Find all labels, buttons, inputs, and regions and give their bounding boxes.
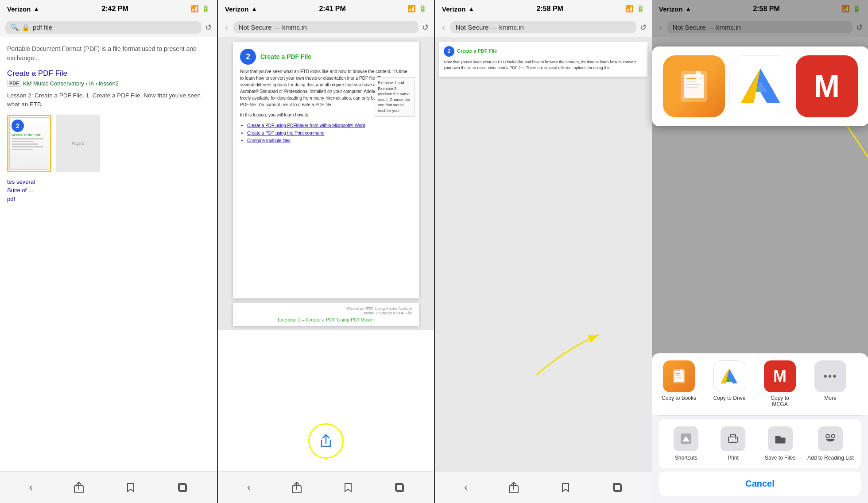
search-results: Portable Document Format (PDF) is a file…: [0, 37, 217, 203]
tabs-btn-3[interactable]: [612, 482, 623, 493]
pdf-link-1[interactable]: Create a PDF using PDFMaker from within …: [247, 123, 365, 128]
bookmarks-icon-1: [125, 482, 136, 493]
print-label: Print: [728, 455, 739, 461]
status-bar-3-left: Verizon ▲ 2:58 PM 📶 🔋: [435, 0, 652, 18]
status-bar-2: Verizon ▲ 2:41 PM 📶 🔋: [218, 0, 434, 18]
result-title[interactable]: Create a PDF File: [7, 69, 210, 78]
pdf-sidebar-box: Exercise 1 and Exercise 2 produce the sa…: [375, 77, 415, 117]
result-snippet-2: tes severalSuite of ...pdf: [7, 178, 210, 204]
cancel-btn-row[interactable]: Cancel: [659, 472, 861, 496]
wifi-icon-2: ▲: [251, 5, 257, 12]
bookmarks-btn-1[interactable]: [125, 482, 136, 493]
reading-list-label: Add to Reading List: [807, 455, 854, 461]
books-label: Copy to Books: [662, 395, 696, 401]
pdf-bg-preview: 2 Create a PDF File Now that you've seen…: [435, 37, 652, 81]
url-box-3-left[interactable]: Not Secure — kmmc.in: [450, 21, 636, 33]
bookmarks-btn-2[interactable]: [343, 482, 353, 493]
share-btn-2[interactable]: [291, 481, 302, 494]
reload-btn-3-left[interactable]: ↺: [640, 23, 647, 32]
pdf-page-footer-header: Create an ETD Using Adobe AcrobatLesson …: [240, 306, 412, 315]
snippet-link[interactable]: tes severalSuite of ...pdf: [7, 178, 35, 202]
tabs-btn-2[interactable]: [394, 482, 405, 493]
tabs-icon-2: [394, 482, 405, 493]
svg-rect-29: [730, 439, 736, 442]
time-1: 2:42 PM: [101, 5, 128, 13]
share-circle[interactable]: [308, 423, 344, 459]
reload-btn-2[interactable]: ↺: [422, 23, 429, 32]
books-svg-large: [674, 66, 714, 106]
svg-rect-21: [675, 375, 681, 376]
print-item[interactable]: Print: [713, 426, 753, 461]
wifi-icon-3-left: ▲: [468, 5, 474, 12]
drive-large-icon[interactable]: [729, 55, 791, 117]
panel3-left-bg: Verizon ▲ 2:58 PM 📶 🔋 ‹ Not Secure — kmm…: [435, 0, 652, 503]
tabs-btn-1[interactable]: [177, 482, 188, 493]
bookmarks-icon-2: [343, 482, 353, 493]
print-icon: [721, 426, 745, 451]
panel-1: Verizon ▲ 2:42 PM 📶 🔋 🔍 🔒 pdf file ↺ Por…: [0, 0, 217, 503]
share-more-item[interactable]: ••• More: [810, 360, 850, 401]
share-btn-1[interactable]: [74, 481, 84, 494]
bottom-nav-2: ‹: [218, 471, 434, 503]
save-files-item[interactable]: Save to Files: [760, 426, 800, 461]
share-icon-2: [291, 481, 302, 494]
battery-icon-2: 🔋: [418, 5, 427, 13]
back-btn-3[interactable]: ‹: [464, 482, 467, 493]
url-box-1[interactable]: 🔍 🔒 pdf file: [5, 21, 202, 34]
pdf-badge: PDF: [7, 80, 21, 87]
page-num-circle: 2: [240, 49, 256, 65]
reload-btn-1[interactable]: ↺: [205, 23, 212, 32]
reading-svg: [823, 432, 837, 446]
shortcuts-item[interactable]: Shortcuts: [666, 426, 706, 461]
panel-2: Verizon ▲ 2:41 PM 📶 🔋 ‹ Not Secure — kmm…: [217, 0, 434, 503]
bookmarks-btn-3[interactable]: [560, 482, 571, 493]
url-box-2[interactable]: Not Secure — kmmc.in: [233, 21, 418, 33]
share-sheet-panel: Copy to Books Copy to Drive M Copy: [652, 353, 868, 503]
time-2: 2:41 PM: [319, 5, 345, 13]
address-bar-2[interactable]: ‹ Not Secure — kmmc.in ↺: [218, 18, 434, 37]
pdf-thumbnail-2[interactable]: Page 2: [56, 115, 100, 172]
snippet-text: Portable Document Format (PDF) is a file…: [7, 44, 210, 63]
pdf-link-3[interactable]: Combine multiple files: [247, 138, 291, 143]
mega-m-small: M: [773, 368, 787, 384]
cancel-label[interactable]: Cancel: [745, 479, 775, 488]
back-nav-3-left[interactable]: ‹: [440, 22, 447, 32]
reading-list-item[interactable]: Add to Reading List: [807, 426, 854, 461]
lock-icon-1: 🔒: [22, 23, 30, 31]
signal-icon-3-left: 📶: [625, 5, 634, 13]
back-icon-1: ‹: [29, 482, 32, 493]
share-btn-3[interactable]: [508, 481, 519, 494]
mega-m-large: M: [814, 71, 840, 102]
share-books-item[interactable]: Copy to Books: [659, 360, 699, 401]
panel-3: Verizon ▲ 2:58 PM 📶 🔋 ‹ Not Secure — kmm…: [434, 0, 868, 503]
pdf-page2: Create an ETD Using Adobe AcrobatLesson …: [233, 303, 419, 326]
pdf-link-2[interactable]: Create a PDF using the Print command: [247, 131, 325, 135]
carrier-2: Verizon: [225, 5, 248, 13]
books-small-icon: [663, 360, 695, 392]
pdf-sidebar-text: Exercise 1 and Exercise 2 produce the sa…: [378, 81, 410, 113]
share-drive-item[interactable]: Copy to Drive: [709, 360, 749, 401]
battery-icon-3-left: 🔋: [636, 5, 645, 13]
breadcrumb: PDF KM Music Conservatory › in › lesson2: [7, 80, 210, 87]
mega-large-icon[interactable]: M: [796, 55, 858, 117]
pdf-title: Create a PDF File: [260, 53, 311, 60]
signal-icon-1: 📶: [190, 5, 199, 13]
url-text-1: pdf file: [33, 23, 52, 31]
tabs-icon-1: [177, 482, 188, 493]
back-btn-2[interactable]: ‹: [247, 482, 250, 493]
back-nav-2[interactable]: ‹: [223, 22, 230, 32]
pdf-page-main: 2 Create a PDF File Now that you've seen…: [233, 42, 419, 298]
address-bar-3-left[interactable]: ‹ Not Secure — kmmc.in ↺: [435, 18, 652, 37]
bookmarks-icon-3: [560, 482, 571, 493]
back-btn-1[interactable]: ‹: [29, 482, 32, 493]
share-mega-item[interactable]: M Copy to MEGA: [760, 360, 800, 408]
pdf-thumbnail-1[interactable]: 2 Create a PDF File: [7, 115, 51, 172]
shortcuts-svg: [679, 432, 693, 446]
more-icon: •••: [814, 360, 846, 392]
pdf-footer-link[interactable]: Exercise 1 – Create a PDF Using PDFMaker: [240, 317, 412, 322]
bottom-nav-3: ‹: [435, 471, 652, 503]
drive-small-icon: [713, 360, 745, 392]
print-svg: [726, 432, 740, 446]
books-large-icon[interactable]: [663, 55, 725, 117]
address-bar-1[interactable]: 🔍 🔒 pdf file ↺: [0, 18, 217, 37]
